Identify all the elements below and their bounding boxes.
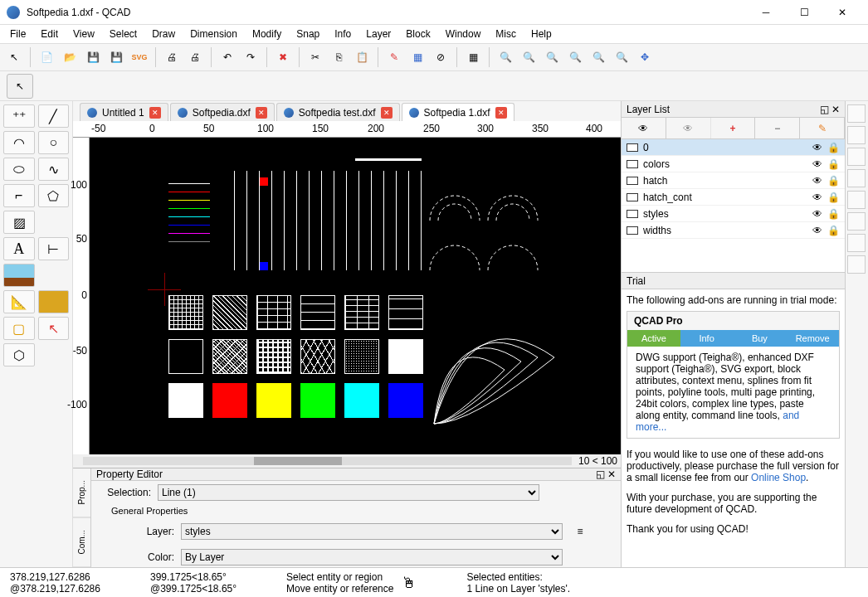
lock-icon[interactable]: 🔒 <box>827 192 840 203</box>
pen-button[interactable]: ✎ <box>383 46 405 68</box>
edit-layer-icon[interactable]: ✎ <box>800 118 845 138</box>
view-icon-5[interactable] <box>847 191 866 209</box>
layer-row[interactable]: colors👁🔒 <box>622 156 845 172</box>
cut-button[interactable]: ✂ <box>305 46 326 68</box>
menu-view[interactable]: View <box>66 27 101 41</box>
tab-untitled1[interactable]: Untitled 1✕ <box>80 103 168 121</box>
measure-button[interactable]: ▦ <box>407 46 428 68</box>
text-tool[interactable]: A <box>3 237 35 260</box>
undock-icon[interactable]: ◱ <box>820 104 829 115</box>
menu-modify[interactable]: Modify <box>246 27 288 41</box>
layer-row[interactable]: styles👁🔒 <box>622 206 845 222</box>
view-icon-6[interactable] <box>847 212 866 231</box>
eye-hide-icon[interactable]: 👁 <box>666 118 711 138</box>
block-tool[interactable]: ▢ <box>3 317 35 340</box>
lock-icon[interactable]: 🔒 <box>827 208 840 220</box>
lock-icon[interactable]: 🔒 <box>827 225 840 236</box>
print-preview-button[interactable]: 🖨 <box>184 46 206 68</box>
erase-button[interactable]: ✖ <box>272 46 294 68</box>
spline-tool[interactable]: ∿ <box>38 158 70 181</box>
view-icon-8[interactable] <box>847 255 866 274</box>
close-icon[interactable]: ✕ <box>607 468 616 480</box>
circle-tool[interactable]: ○ <box>38 131 70 154</box>
zoom-in-button[interactable]: 🔍 <box>495 46 516 68</box>
eye-icon[interactable]: 👁 <box>812 175 822 187</box>
layer-dropdown[interactable]: styles <box>181 523 563 540</box>
trial-buy-button[interactable]: Buy <box>734 330 787 347</box>
iso-tool[interactable]: ⬡ <box>3 343 35 366</box>
zoom-window-button[interactable]: 🔍 <box>611 46 632 68</box>
new-button[interactable]: 📄 <box>36 46 57 68</box>
image-tool[interactable] <box>3 264 35 287</box>
close-tab-icon[interactable]: ✕ <box>495 107 507 119</box>
trial-active-button[interactable]: Active <box>627 330 680 347</box>
menu-block[interactable]: Block <box>399 27 436 41</box>
minimize-button[interactable]: ─ <box>747 0 785 25</box>
line-tool[interactable]: ╱ <box>38 104 70 128</box>
remove-layer-icon[interactable]: − <box>755 118 800 138</box>
layer-row[interactable]: 0👁🔒 <box>622 139 845 156</box>
online-shop-link[interactable]: Online Shop <box>751 472 806 483</box>
polygon-tool[interactable]: ⬠ <box>38 184 70 207</box>
trial-remove-button[interactable]: Remove <box>786 330 839 347</box>
maximize-button[interactable]: ☐ <box>785 0 823 25</box>
close-icon[interactable]: ✕ <box>831 104 840 115</box>
zoom-fit-button[interactable]: 🔍 <box>541 46 563 68</box>
zoom-out-button[interactable]: 🔍 <box>518 46 539 68</box>
polyline-tool[interactable]: ⌐ <box>3 184 35 207</box>
dimension-tool[interactable]: ⊢ <box>38 237 70 260</box>
layer-row[interactable]: hatch👁🔒 <box>622 172 845 189</box>
svg-button[interactable]: SVG <box>129 46 150 68</box>
layer-row[interactable]: hatch_cont👁🔒 <box>622 189 845 206</box>
menu-misc[interactable]: Misc <box>489 27 523 41</box>
view-icon-2[interactable] <box>847 126 866 144</box>
trial-info-button[interactable]: Info <box>680 330 734 347</box>
eye-icon[interactable]: 👁 <box>812 142 822 153</box>
ruler-icon[interactable] <box>38 290 70 313</box>
close-tab-icon[interactable]: ✕ <box>256 107 267 119</box>
prop-tab-command[interactable]: Com... <box>73 518 90 568</box>
undock-icon[interactable]: ◱ <box>596 468 605 480</box>
menu-dimension[interactable]: Dimension <box>183 27 244 41</box>
menu-layer[interactable]: Layer <box>359 27 397 41</box>
prop-tab-properties[interactable]: Prop... <box>73 468 90 518</box>
tab-softpedia-test[interactable]: Softpedia test.dxf✕ <box>276 103 400 121</box>
eye-show-icon[interactable]: 👁 <box>622 118 666 138</box>
layer-row[interactable]: widths👁🔒 <box>622 222 845 239</box>
menu-snap[interactable]: Snap <box>290 27 326 41</box>
copy-button[interactable]: ⎘ <box>328 46 349 68</box>
add-layer-icon[interactable]: + <box>711 118 756 138</box>
point-tool[interactable]: ⁺⁺ <box>3 104 35 128</box>
lock-icon[interactable]: 🔒 <box>827 142 840 153</box>
zoom-sel-button[interactable]: 🔍 <box>564 46 586 68</box>
pointer-tool[interactable]: ↖ <box>3 46 25 68</box>
paste-button[interactable]: 📋 <box>351 46 373 68</box>
drawing-canvas[interactable] <box>90 138 621 454</box>
eye-icon[interactable]: 👁 <box>812 208 822 220</box>
menu-window[interactable]: Window <box>439 27 488 41</box>
menu-file[interactable]: File <box>3 27 32 41</box>
open-button[interactable]: 📂 <box>59 46 80 68</box>
pan-button[interactable]: ✥ <box>634 46 656 68</box>
view-icon-1[interactable] <box>847 104 866 123</box>
save-button[interactable]: 💾 <box>82 46 104 68</box>
tab-softpedia[interactable]: Softpedia.dxf✕ <box>170 103 275 121</box>
grid-button[interactable]: ▦ <box>462 46 484 68</box>
lock-icon[interactable]: 🔒 <box>827 158 840 170</box>
measure-tool[interactable]: 📐 <box>3 290 35 313</box>
color-dropdown[interactable]: By Layer <box>181 549 563 565</box>
close-button[interactable]: ✕ <box>823 0 861 25</box>
print-button[interactable]: 🖨 <box>161 46 183 68</box>
arc-tool[interactable]: ◠ <box>3 131 35 154</box>
zoom-prev-button[interactable]: 🔍 <box>588 46 609 68</box>
canvas-scrollbar[interactable]: 10 < 100 <box>73 454 621 468</box>
undo-button[interactable]: ↶ <box>217 46 238 68</box>
menu-edit[interactable]: Edit <box>34 27 65 41</box>
menu-select[interactable]: Select <box>103 27 144 41</box>
view-icon-4[interactable] <box>847 169 866 187</box>
layer-menu-icon[interactable]: ≡ <box>569 521 591 542</box>
ellipse-tool[interactable]: ⬭ <box>3 158 35 181</box>
redo-button[interactable]: ↷ <box>240 46 261 68</box>
lock-icon[interactable]: 🔒 <box>827 175 840 187</box>
menu-info[interactable]: Info <box>328 27 358 41</box>
